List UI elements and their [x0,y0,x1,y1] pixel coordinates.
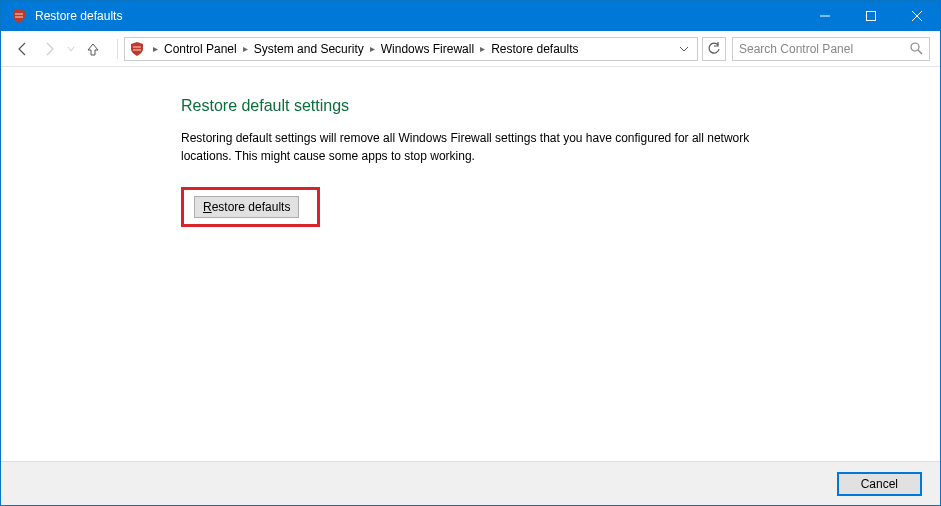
close-button[interactable] [894,1,940,31]
recent-locations-dropdown-icon[interactable] [63,37,79,61]
forward-button[interactable] [37,37,61,61]
chevron-right-icon[interactable]: ▸ [241,43,250,54]
content-area: Restore default settings Restoring defau… [1,67,940,461]
chevron-right-icon[interactable]: ▸ [478,43,487,54]
footer-bar: Cancel [1,461,940,505]
breadcrumb[interactable]: ▸ Control Panel ▸ System and Security ▸ … [124,37,698,61]
divider [117,39,118,59]
svg-point-5 [911,43,919,51]
firewall-shield-icon [11,8,27,24]
firewall-shield-icon [129,41,145,57]
svg-rect-0 [15,13,23,15]
chevron-right-icon[interactable]: ▸ [368,43,377,54]
cancel-button[interactable]: Cancel [837,472,922,496]
chevron-right-icon[interactable]: ▸ [151,43,160,54]
refresh-button[interactable] [702,37,726,61]
navbar: ▸ Control Panel ▸ System and Security ▸ … [1,31,940,67]
breadcrumb-item[interactable]: Restore defaults [487,42,582,56]
maximize-button[interactable] [848,1,894,31]
page-description: Restoring default settings will remove a… [181,129,781,165]
svg-rect-3 [133,46,141,48]
up-button[interactable] [81,37,105,61]
svg-rect-1 [15,16,23,18]
minimize-button[interactable] [802,1,848,31]
search-icon [910,42,923,55]
annotation-highlight: Restore defaults [181,187,320,227]
search-input[interactable]: Search Control Panel [732,37,930,61]
titlebar: Restore defaults [1,1,940,31]
breadcrumb-item[interactable]: Control Panel [160,42,241,56]
svg-rect-2 [867,12,876,21]
window-title: Restore defaults [35,9,802,23]
chevron-down-icon[interactable] [675,44,693,54]
back-button[interactable] [11,37,35,61]
svg-rect-4 [133,49,141,51]
breadcrumb-item[interactable]: System and Security [250,42,368,56]
restore-defaults-button[interactable]: Restore defaults [194,196,299,218]
breadcrumb-item[interactable]: Windows Firewall [377,42,478,56]
search-placeholder: Search Control Panel [739,42,910,56]
page-heading: Restore default settings [181,97,940,115]
